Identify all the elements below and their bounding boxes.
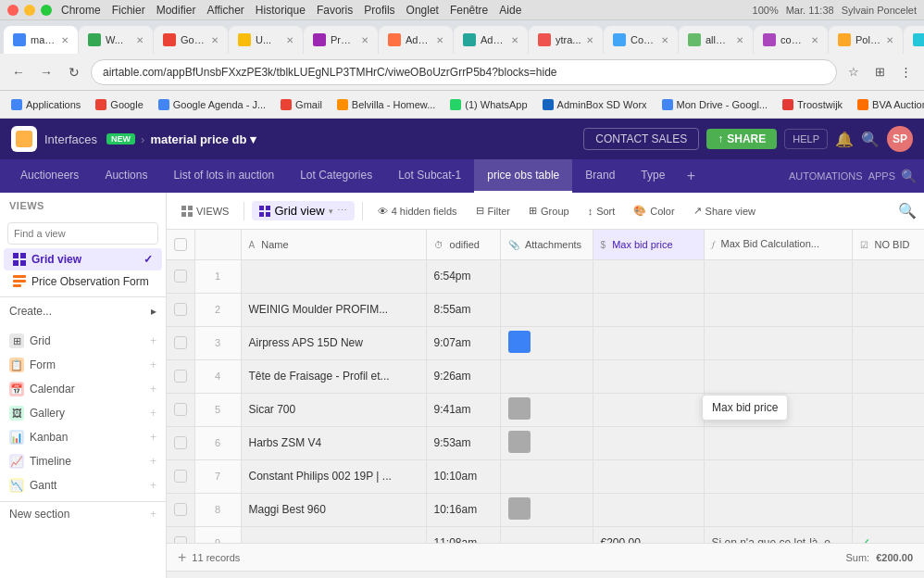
- chrome-tab-6[interactable]: Add... ✕: [379, 26, 453, 54]
- add-table-button[interactable]: +: [678, 163, 704, 189]
- row-max-bid-calc[interactable]: [704, 293, 852, 326]
- tab-close-9[interactable]: ✕: [661, 35, 668, 45]
- bookmark-troostwijk[interactable]: Troostwijk: [779, 97, 846, 112]
- row-no-bid[interactable]: [852, 359, 924, 393]
- chrome-tab-11[interactable]: cour... ✕: [754, 26, 828, 54]
- row-name[interactable]: [241, 259, 426, 293]
- bookmark-whatsapp[interactable]: (1) WhatsApp: [446, 97, 531, 112]
- tab-close-8[interactable]: ✕: [586, 35, 593, 45]
- group-button[interactable]: ⊞ Group: [521, 202, 577, 220]
- share-view-button[interactable]: ↗ Share view: [686, 202, 763, 220]
- tab-close-7[interactable]: ✕: [511, 35, 518, 45]
- chrome-tab-9[interactable]: Cons... ✕: [604, 26, 678, 54]
- bookmark-agenda[interactable]: Google Agenda - J...: [155, 97, 269, 112]
- row-attachments[interactable]: [500, 259, 593, 293]
- tab-close-10[interactable]: ✕: [736, 35, 743, 45]
- find-view-input[interactable]: [7, 222, 158, 245]
- filter-button[interactable]: ⊟ Filter: [468, 202, 518, 220]
- row-max-bid-calc[interactable]: [704, 259, 852, 293]
- create-grid[interactable]: ⊞ Grid +: [0, 329, 166, 353]
- scroll-track[interactable]: [167, 571, 924, 578]
- col-header-attachments[interactable]: 📎 Attachments: [500, 230, 593, 259]
- row-name[interactable]: Tête de Fraisage - Profil et...: [241, 359, 426, 393]
- row-max-bid-calc[interactable]: [704, 359, 852, 393]
- search-records-icon[interactable]: 🔍: [898, 202, 917, 220]
- row-no-bid[interactable]: [852, 393, 924, 426]
- chrome-tab-10[interactable]: allar... ✕: [679, 26, 753, 54]
- menu-historique[interactable]: Historique: [256, 4, 306, 17]
- row-attachments[interactable]: [500, 493, 593, 526]
- row-max-bid[interactable]: €200.00: [593, 526, 704, 543]
- tab-close-4[interactable]: ✕: [286, 35, 293, 45]
- row-max-bid[interactable]: [593, 459, 704, 493]
- row-checkbox[interactable]: [174, 403, 187, 416]
- row-max-bid[interactable]: [593, 426, 704, 459]
- tab-close-12[interactable]: ✕: [886, 35, 893, 45]
- tab-close-6[interactable]: ✕: [436, 35, 443, 45]
- row-no-bid[interactable]: [852, 293, 924, 326]
- airtable-logo[interactable]: [11, 126, 37, 152]
- menu-fenetre[interactable]: Fenêtre: [450, 4, 488, 17]
- create-gantt[interactable]: 📉 Gantt +: [0, 473, 166, 497]
- table-row[interactable]: 4Tête de Fraisage - Profil et...9:26am: [167, 359, 924, 393]
- bookmark-drive[interactable]: Mon Drive - Googl...: [658, 97, 771, 112]
- views-toggle[interactable]: VIEWS: [174, 203, 236, 220]
- grid-view-button[interactable]: Grid view ▾ ⋯: [252, 201, 354, 220]
- chrome-tab-5[interactable]: Profil... ✕: [304, 26, 378, 54]
- menu-modifier[interactable]: Modifier: [156, 4, 196, 17]
- row-attachments[interactable]: [500, 393, 593, 426]
- tab-close-2[interactable]: ✕: [136, 35, 144, 45]
- row-max-bid[interactable]: [593, 259, 704, 293]
- table-tab-subcat[interactable]: Lot Subcat-1: [385, 159, 474, 193]
- table-row[interactable]: 5Sicar 7009:41am: [167, 393, 924, 426]
- share-button[interactable]: ↑ SHARE: [706, 129, 777, 149]
- create-gallery[interactable]: 🖼 Gallery +: [0, 401, 166, 425]
- row-name[interactable]: Harbs ZSM V4: [241, 426, 426, 459]
- color-button[interactable]: 🎨 Color: [626, 202, 681, 220]
- table-tab-categories[interactable]: Lot Categories: [287, 159, 385, 193]
- row-name[interactable]: WEINIG Moulder PROFIM...: [241, 293, 426, 326]
- table-tab-auctions[interactable]: Auctions: [92, 159, 160, 193]
- row-name[interactable]: Maggi Best 960: [241, 493, 426, 526]
- col-header-name[interactable]: A Name: [241, 230, 426, 259]
- table-row[interactable]: 911:08am€200.00Si on n'a que ce lot-là, …: [167, 526, 924, 543]
- sort-button[interactable]: ↕ Sort: [581, 203, 623, 220]
- maximize-button[interactable]: [41, 5, 52, 16]
- row-name[interactable]: Constant Philips 002 19P | ...: [241, 459, 426, 493]
- chrome-tab-3[interactable]: Googl... ✕: [154, 26, 228, 54]
- chrome-tab-8[interactable]: ytra... ✕: [529, 26, 603, 54]
- chrome-menu-icon[interactable]: ⋮: [894, 61, 917, 83]
- tab-close-11[interactable]: ✕: [811, 35, 818, 45]
- menu-fichier[interactable]: Fichier: [112, 4, 145, 17]
- row-checkbox[interactable]: [174, 270, 187, 283]
- apps-btn[interactable]: APPS: [868, 170, 895, 182]
- row-max-bid[interactable]: [593, 293, 704, 326]
- row-no-bid[interactable]: [852, 326, 924, 359]
- table-row[interactable]: 7Constant Philips 002 19P | ...10:10am: [167, 459, 924, 493]
- row-checkbox[interactable]: [174, 303, 187, 316]
- help-button[interactable]: HELP: [784, 129, 828, 149]
- add-record-icon[interactable]: +: [178, 549, 186, 566]
- row-checkbox[interactable]: [174, 370, 187, 383]
- table-row[interactable]: 8Maggi Best 96010:16am: [167, 493, 924, 526]
- row-checkbox[interactable]: [174, 470, 187, 483]
- menu-onglet[interactable]: Onglet: [406, 4, 439, 17]
- row-no-bid[interactable]: ✓: [852, 526, 924, 543]
- new-section[interactable]: New section +: [0, 501, 166, 525]
- row-attachments[interactable]: [500, 526, 593, 543]
- url-bar[interactable]: airtable.com/appBfUnsbFXxzPE3k/tblkLUEgN…: [91, 59, 837, 85]
- row-max-bid[interactable]: [593, 493, 704, 526]
- row-no-bid[interactable]: [852, 426, 924, 459]
- table-tab-price-obs[interactable]: price obs table: [474, 159, 572, 193]
- row-no-bid[interactable]: [852, 459, 924, 493]
- menu-favoris[interactable]: Favoris: [317, 4, 353, 17]
- col-header-maxbid[interactable]: $ Max bid price: [593, 230, 704, 259]
- row-no-bid[interactable]: [852, 259, 924, 293]
- row-max-bid[interactable]: [593, 326, 704, 359]
- chrome-tab-4[interactable]: U... ✕: [229, 26, 303, 54]
- chrome-tab-12[interactable]: Poldi... ✕: [829, 26, 903, 54]
- bookmark-gmail[interactable]: Gmail: [277, 97, 326, 112]
- table-row[interactable]: 16:54pm: [167, 259, 924, 293]
- row-max-bid-calc[interactable]: [704, 493, 852, 526]
- menu-afficher[interactable]: Afficher: [206, 4, 243, 17]
